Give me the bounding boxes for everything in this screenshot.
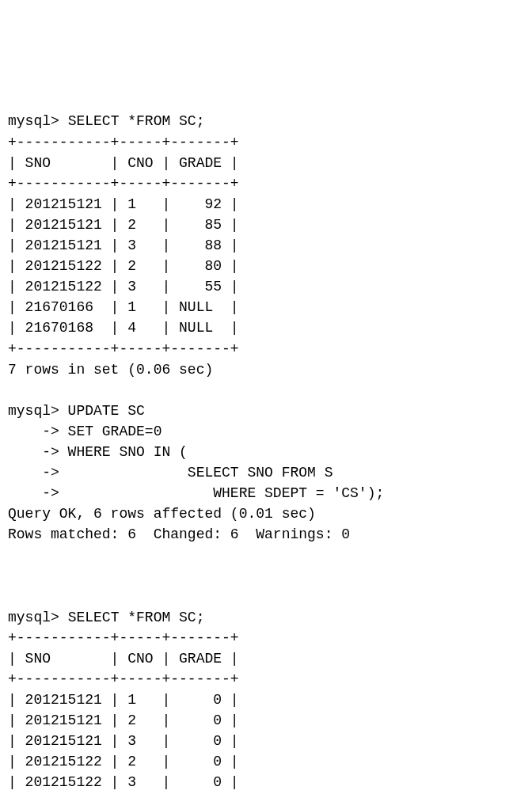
update-statement: mysql> UPDATE SC (8, 403, 145, 419)
update-statement: -> SET GRADE=0 (8, 424, 162, 439)
query-result: Rows matched: 6 Changed: 6 Warnings: 0 (8, 526, 350, 542)
query-result: Query OK, 6 rows affected (0.01 sec) (8, 506, 316, 522)
update-statement: -> SELECT SNO FROM S (8, 465, 332, 481)
update-statement: -> WHERE SDEPT = 'CS'); (8, 485, 384, 501)
table-row: | 201215122 | 3 | 0 | (8, 774, 239, 790)
table-row: | 21670168 | 4 | NULL | (8, 320, 239, 336)
result-footer: 7 rows in set (0.06 sec) (8, 362, 213, 378)
table-border: +-----------+-----+-------+ (8, 341, 239, 357)
table-row: | 201215121 | 2 | 0 | (8, 712, 239, 728)
table-row: | 201215122 | 3 | 55 | (8, 279, 239, 294)
table-row: | 201215121 | 3 | 0 | (8, 733, 239, 749)
table-header: | SNO | CNO | GRADE | (8, 155, 239, 171)
update-statement: -> WHERE SNO IN ( (8, 444, 188, 460)
table-border: +-----------+-----+-------+ (8, 135, 239, 150)
table-border: +-----------+-----+-------+ (8, 671, 239, 687)
table-row: | 201215121 | 1 | 0 | (8, 692, 239, 708)
table-row: | 201215122 | 2 | 0 | (8, 754, 239, 769)
table-row: | 21670166 | 1 | NULL | (8, 299, 239, 315)
prompt: mysql> (8, 113, 68, 129)
table-row: | 201215122 | 2 | 80 | (8, 258, 239, 274)
sql-query: SELECT *FROM SC; (68, 113, 205, 129)
table-row: | 201215121 | 2 | 85 | (8, 217, 239, 233)
table-border: +-----------+-----+-------+ (8, 630, 239, 646)
mysql-terminal: mysql> SELECT *FROM SC; +-----------+---… (8, 90, 524, 794)
table-row: | 201215121 | 3 | 88 | (8, 237, 239, 253)
sql-query: SELECT *FROM SC; (68, 610, 205, 625)
table-border: +-----------+-----+-------+ (8, 176, 239, 192)
table-header: | SNO | CNO | GRADE | (8, 651, 239, 667)
table-row: | 201215121 | 1 | 92 | (8, 196, 239, 212)
prompt: mysql> (8, 610, 68, 625)
